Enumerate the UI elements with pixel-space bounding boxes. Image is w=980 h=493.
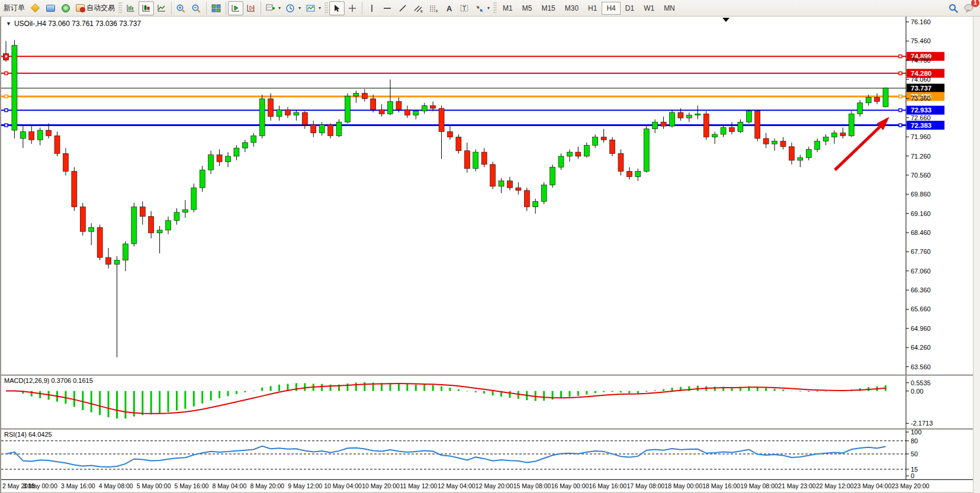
trend-arrow[interactable] (835, 125, 881, 170)
tile-windows-button[interactable] (208, 1, 224, 15)
timeframe-button-h1[interactable]: H1 (583, 2, 602, 15)
bull-candle (857, 103, 863, 114)
bar-chart-button[interactable] (123, 1, 139, 15)
time-tick-label: 22 May 12:00 (816, 482, 854, 489)
line-anchor[interactable] (5, 55, 8, 58)
bear-candle (703, 114, 709, 137)
bear-candle (780, 141, 786, 147)
chart-title-bar[interactable]: ▼ USOil-,H4 73.060 73.761 73.036 73.737 (6, 20, 141, 28)
line-anchor[interactable] (899, 72, 902, 75)
line-anchor[interactable] (5, 72, 8, 75)
line-chart-icon (156, 4, 167, 13)
auto-scroll-button[interactable] (228, 1, 243, 15)
trendline-icon (397, 4, 408, 13)
time-tick-label: 16 May 00:00 (551, 482, 589, 489)
text-label-tool-button[interactable]: T (457, 1, 472, 15)
trendline-tool-button[interactable] (395, 1, 410, 15)
terminal-button[interactable] (43, 1, 58, 15)
terminal-icon (46, 5, 55, 12)
bull-candle (772, 141, 777, 144)
candlestick-chart[interactable]: 74.89974.28073.73773.43572.93372.38376.1… (1, 17, 974, 375)
timeframe-button-m15[interactable]: M15 (536, 2, 560, 15)
chat-button[interactable]: 1 (961, 1, 976, 15)
bear-candle (396, 102, 401, 110)
cursor-tool-button[interactable] (329, 1, 345, 15)
bull-candle (226, 156, 231, 162)
zoom-out-button[interactable] (189, 1, 204, 15)
bull-candle (354, 94, 359, 96)
demo-account-button[interactable] (27, 1, 43, 15)
bear-candle (404, 109, 410, 115)
price-tick-label: 71.260 (911, 153, 931, 160)
toolbar-drag-handle[interactable] (324, 2, 328, 14)
rsi-axis-label: 100 (911, 430, 921, 436)
bull-candle (686, 115, 692, 118)
timeframe-button-d1[interactable]: D1 (621, 2, 639, 15)
periods-button[interactable]: ▾ (283, 1, 303, 15)
macd-chart[interactable]: 0.55350.00-2.1713 (1, 376, 974, 428)
toolbar-separator (261, 2, 261, 15)
time-tick-label: 5 May 00:00 (137, 482, 171, 489)
bear-candle (362, 94, 367, 99)
line-anchor[interactable] (5, 95, 8, 98)
indicators-button[interactable]: ▾ (263, 1, 283, 15)
timeframe-button-m5[interactable]: M5 (518, 2, 537, 15)
auto-trading-button[interactable]: 自动交易 (73, 1, 117, 15)
price-tick-label: 64.260 (911, 344, 931, 351)
line-anchor[interactable] (5, 124, 8, 127)
bull-candle (798, 157, 803, 160)
equidistant-channel-tool-button[interactable]: E (410, 1, 426, 15)
toolbar-drag-handle[interactable] (118, 2, 122, 14)
text-tool-button[interactable]: A (441, 1, 457, 15)
templates-button[interactable]: ▾ (303, 1, 323, 15)
line-anchor[interactable] (899, 109, 902, 112)
candlestick-chart-button[interactable] (139, 1, 154, 15)
line-anchor[interactable] (899, 55, 902, 58)
chart-shift-button[interactable] (243, 1, 259, 15)
timeframe-button-m1[interactable]: M1 (498, 2, 518, 15)
text-label-icon: T (459, 4, 470, 13)
price-tick-label: 68.460 (911, 229, 931, 236)
macd-signal-line (6, 384, 886, 414)
bear-candle (507, 181, 512, 188)
bear-candle (618, 153, 624, 171)
search-icon (949, 4, 958, 13)
vertical-scrollbar[interactable] (973, 17, 980, 493)
bear-candle (789, 147, 794, 160)
signals-button[interactable] (58, 1, 73, 15)
line-anchor[interactable] (899, 95, 902, 98)
dropdown-caret-icon: ▾ (487, 5, 490, 11)
horizontal-line-tool-button[interactable] (380, 1, 395, 15)
line-anchor[interactable] (5, 109, 8, 112)
fibonacci-tool-button[interactable]: F (426, 1, 441, 15)
timeframe-button-h4[interactable]: H4 (602, 2, 620, 15)
arrows-tool-button[interactable]: ▾ (472, 1, 492, 15)
trade-group: 新订单 自动交易 (1, 0, 117, 17)
chart-shift-icon (246, 4, 256, 13)
timeframe-button-m30[interactable]: M30 (560, 2, 583, 15)
chat-notification-badge: 1 (971, 0, 979, 7)
timeframe-button-w1[interactable]: W1 (639, 2, 659, 15)
macd-panel[interactable]: 0.55350.00-2.1713 MACD(12,26,9) 0.3706 0… (1, 376, 974, 428)
bull-candle (388, 102, 393, 114)
price-chart-panel[interactable]: 74.89974.28073.73773.43572.93372.38376.1… (1, 17, 974, 375)
rsi-chart[interactable]: 1008050150 (1, 430, 974, 479)
bull-candle (166, 221, 171, 230)
time-axis[interactable]: 2 May 20233 May 00:003 May 16:004 May 08… (1, 479, 974, 492)
price-tick-label: 69.160 (911, 210, 931, 217)
time-tick-label: 18 May 00:00 (664, 482, 702, 489)
search-button[interactable] (946, 1, 961, 15)
rsi-panel[interactable]: 1008050150 RSI(14) 64.0425 (1, 430, 974, 479)
zoom-in-button[interactable] (173, 1, 189, 15)
timeframe-button-mn[interactable]: MN (659, 2, 680, 15)
line-chart-button[interactable] (154, 1, 169, 15)
line-anchor[interactable] (899, 124, 902, 127)
bull-candle (584, 145, 589, 156)
bear-candle (29, 131, 34, 140)
vertical-line-tool-button[interactable] (364, 1, 380, 15)
svg-text:E: E (420, 9, 423, 13)
new-order-button[interactable]: 新订单 (1, 1, 27, 15)
toolbar-drag-handle[interactable] (493, 2, 497, 14)
crosshair-tool-button[interactable] (345, 1, 360, 15)
bull-candle (541, 185, 547, 202)
